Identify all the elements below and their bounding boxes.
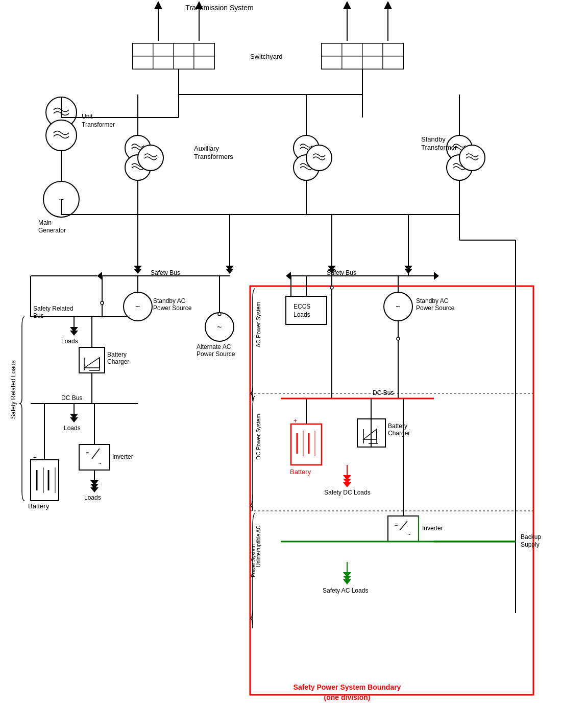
safety-ac-loads-label: Safety AC Loads	[323, 587, 368, 594]
inverter-right-label: Inverter	[422, 525, 443, 532]
svg-marker-104	[90, 487, 99, 492]
transmission-system-label: Transmission System	[185, 4, 253, 12]
svg-point-38	[306, 145, 332, 171]
svg-point-28	[46, 120, 77, 151]
ac-power-system-label: AC Power System	[255, 302, 261, 347]
svg-marker-97	[70, 417, 78, 422]
svg-rect-5	[133, 43, 153, 56]
svg-rect-20	[362, 56, 383, 69]
standby-transformer-label2: Transformer	[421, 144, 457, 151]
svg-rect-7	[174, 43, 194, 56]
safety-bus-left-label: Safety Bus	[151, 269, 180, 276]
dc-bus-right-label: DC Bus	[373, 389, 394, 396]
backup-supply-label2: Supply	[521, 541, 540, 548]
svg-rect-21	[383, 56, 403, 69]
svg-rect-87	[31, 460, 59, 501]
alternate-ac-label: Alternate AC	[197, 343, 231, 350]
svg-rect-111	[286, 296, 327, 324]
standby-ac-left-label2: Power Source	[153, 304, 192, 312]
svg-point-74	[101, 301, 104, 304]
svg-marker-135	[343, 482, 351, 487]
svg-rect-14	[322, 43, 342, 56]
svg-rect-9	[133, 56, 153, 69]
eccs-loads-label: ECCS	[294, 303, 310, 310]
svg-marker-147	[343, 579, 351, 584]
svg-marker-70	[434, 272, 439, 280]
svg-rect-108	[250, 286, 533, 695]
svg-rect-18	[322, 56, 342, 69]
inverter-right-symbol1: =	[395, 522, 398, 528]
svg-rect-11	[174, 56, 194, 69]
battery-plus-symbol: +	[33, 454, 37, 461]
svg-point-117	[397, 337, 400, 340]
safety-related-bus-label2: Bus	[33, 312, 44, 319]
battery-charger-right-label: Battery	[388, 422, 407, 430]
safety-dc-loads-label: Safety DC Loads	[324, 489, 371, 496]
svg-rect-17	[383, 43, 403, 56]
inverter-left-symbol2: ~	[98, 460, 101, 466]
switchyard-label: Switchyard	[250, 53, 283, 60]
svg-point-107	[218, 313, 221, 316]
standby-transformer-label: Standby	[421, 135, 446, 143]
standby-ac-right-symbol: ~	[396, 302, 400, 311]
safety-bus-right-label: Safety Bus	[327, 269, 356, 276]
svg-marker-67	[97, 272, 102, 280]
aux-transformers-label2: Transformers	[194, 153, 233, 160]
battery-right-label: Battery	[290, 468, 311, 476]
safety-related-loads-label: Safety Related Loads	[10, 360, 17, 419]
svg-rect-119	[291, 424, 322, 465]
svg-rect-12	[194, 56, 214, 69]
inverter-right-symbol2: ~	[407, 531, 410, 537]
svg-marker-80	[70, 331, 78, 336]
battery-left-label: Battery	[28, 502, 50, 510]
boundary-label-line1: Safety Power System Boundary	[294, 683, 401, 691]
svg-marker-56	[226, 269, 234, 274]
svg-rect-6	[153, 43, 174, 56]
main-generator-label: Main	[38, 219, 52, 226]
svg-point-35	[138, 145, 163, 171]
svg-rect-136	[388, 516, 419, 542]
aux-transformers-label: Auxiliary	[194, 145, 219, 152]
uninterruptible-ac-label: Uninterruptible AC	[256, 526, 261, 567]
standby-ac-right-label2: Power Source	[416, 304, 455, 312]
eccs-loads-label2: Loads	[294, 311, 310, 318]
alternate-ac-label2: Power Source	[197, 350, 235, 358]
battery-right-plus: +	[294, 417, 297, 425]
unit-transformer-label2: Transformer	[82, 121, 115, 128]
svg-point-158	[330, 286, 333, 289]
backup-supply-label: Backup	[521, 533, 541, 541]
unit-transformer-label: Unit	[82, 113, 93, 120]
standby-ac-left-label: Standby AC	[153, 297, 186, 304]
svg-rect-10	[153, 56, 174, 69]
svg-rect-15	[342, 43, 362, 56]
svg-rect-8	[194, 43, 214, 56]
svg-point-41	[459, 145, 485, 171]
loads-mid-left-label: Loads	[64, 425, 81, 432]
diagram-container: Transmission System Switchyard	[0, 0, 562, 728]
standby-ac-left-symbol: ~	[135, 302, 140, 311]
svg-rect-16	[362, 43, 383, 56]
svg-marker-53	[134, 269, 142, 274]
inverter-left-symbol1: =	[86, 450, 89, 456]
battery-charger-right-label2: Charger	[388, 430, 410, 437]
svg-rect-81	[79, 347, 105, 373]
loads-bottom-left-label: Loads	[84, 494, 101, 501]
uninterruptible-ac-label2: Power System	[251, 545, 256, 577]
dc-bus-left-label: DC Bus	[61, 394, 82, 402]
boundary-label-line2: (one division)	[324, 693, 371, 701]
svg-rect-98	[79, 444, 110, 470]
alternate-ac-symbol: ~	[217, 323, 222, 332]
inverter-left-label: Inverter	[112, 453, 133, 460]
svg-marker-69	[286, 272, 291, 280]
main-generator-label2: Generator	[38, 227, 66, 234]
svg-rect-19	[342, 56, 362, 69]
battery-charger-left-label: Battery	[107, 351, 127, 358]
dc-power-system-label: DC Power System	[255, 414, 261, 460]
loads-top-left-label: Loads	[61, 338, 78, 345]
safety-related-bus-label: Safety Related	[33, 305, 74, 312]
standby-ac-right-label: Standby AC	[416, 297, 449, 304]
battery-charger-left-label2: Charger	[107, 358, 129, 365]
